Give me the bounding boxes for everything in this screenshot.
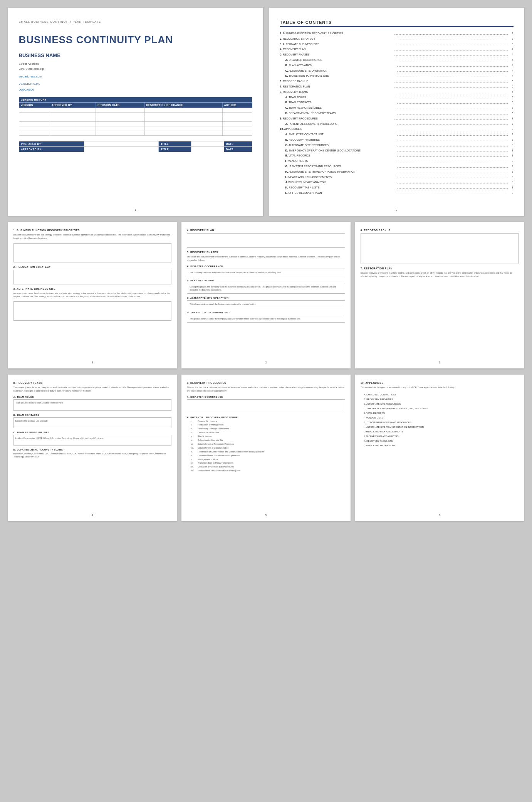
appendix-item: L. OFFICE RECOVERY PLAN [361, 443, 519, 448]
toc-dots [397, 96, 508, 99]
appendix-item: H. ALTERNATE SITE TRANSPORTATION INFORMA… [361, 425, 519, 429]
toc-dots [397, 186, 508, 189]
procedures-list: i.Disaster Occurrenceii.Notification of … [187, 420, 345, 473]
toc-item-label: B. TEAM CONTACTS [285, 101, 396, 104]
toc-page: 3 [509, 37, 514, 41]
procedure-item: iii.Preliminary Damage Assessment [191, 427, 345, 431]
prepared-name [84, 141, 159, 146]
toc-dots [394, 90, 508, 93]
toc-page: 6 [509, 111, 514, 115]
doc-title: BUSINESS CONTINUITY PLAN [19, 34, 252, 45]
teamC-box: Incident Commander, HR/PR Officer, Infor… [13, 435, 172, 446]
biz-name: BUSINESS NAME [19, 52, 252, 58]
s4-content-box [187, 233, 345, 248]
toc-item-label: D. TRANSITION TO PRIMARY SITE [285, 74, 396, 78]
appendix-item: G. IT SYSTEM REPORTS AND RESOURCES [361, 420, 519, 425]
s8-body: The company establishes recovery teams a… [13, 386, 172, 393]
approved-label: APPROVED BY [19, 146, 84, 152]
toc-item: D. EMERGENCY OPERATIONS CENTER (EOC) LOC… [280, 149, 514, 153]
toc-item-label: D. EMERGENCY OPERATIONS CENTER (EOC) LOC… [285, 149, 396, 153]
toc-item-label: E. VITAL RECORDS [285, 154, 396, 158]
toc-page: 8 [509, 186, 514, 190]
s6-heading: 6. RECORDS BACKUP [361, 229, 519, 232]
toc-item: L. OFFICE RECOVERY PLAN 8 [280, 191, 514, 195]
p7-phaseA-box [187, 399, 345, 413]
toc-item: C. TEAM RESPONSIBILITIES 6 [280, 106, 514, 110]
appendix-item: J. BUSINESS IMPACT ANALYSIS [361, 434, 519, 439]
toc-item: G. IT SYSTEM REPORTS AND RESOURCES 8 [280, 165, 514, 168]
toc-page: 3 [509, 42, 514, 46]
phaseD-box: This phase continues until the company c… [187, 315, 345, 323]
procedure-item: x.Commencement of Alternate Site Operati… [191, 454, 345, 458]
toc-page: 4 [509, 74, 514, 78]
appendix-item: F. VENDOR LISTS [361, 415, 519, 420]
phaseD-heading: D. TRANSITION TO PRIMARY SITE [187, 311, 345, 314]
toc-item-label: 9. RECOVERY PROCEDURES [280, 117, 393, 121]
toc-item-label: 1. BUSINESS FUNCTION RECOVERY PRIORITIES [280, 32, 393, 35]
toc-page: 8 [509, 170, 514, 174]
date-label: DATE [224, 141, 252, 146]
toc-page: 6 [509, 96, 514, 99]
s2-content-box [13, 270, 172, 284]
toc-dots [397, 64, 508, 67]
address-line1: Street Address City, State and Zip [19, 61, 252, 72]
toc-page: 4 [509, 58, 514, 62]
toc-dots [394, 32, 508, 35]
toc-item-label: F. VENDOR LISTS [285, 159, 396, 163]
procedure-item: vii.Establishment of Temporary Procedure [191, 442, 345, 446]
toc-dots [397, 154, 508, 157]
table-row [19, 121, 252, 126]
toc-page: 8 [509, 138, 514, 142]
col-desc: DESCRIPTION OF CHANGE [144, 102, 222, 108]
version-history-header: VERSION HISTORY [19, 97, 252, 102]
teamC-heading: C. TEAM RESPONSIBILITIES [13, 431, 172, 434]
toc-page: 5 [509, 79, 514, 83]
s3-content-box [13, 301, 172, 321]
procedure-item: xiii.Cessation of Alternate Site Procedu… [191, 465, 345, 469]
toc-item: 4. RECOVERY PLAN 4 [280, 47, 514, 51]
p7-phaseA-heading: A. DISASTER OCCURRENCE [187, 396, 345, 398]
toc-item: C. ALTERNATE SITE OPERATION 4 [280, 69, 514, 73]
toc-dots [394, 42, 508, 45]
toc-item-label: 7. RESTORATION PLAN [280, 85, 393, 89]
toc-dots [397, 58, 508, 61]
toc-item: A. POTENTIAL RECOVERY PROCEDURE 7 [280, 122, 514, 126]
toc-item: D. TRANSITION TO PRIMARY SITE 4 [280, 74, 514, 78]
toc-item: 9. RECOVERY PROCEDURES 7 [280, 117, 514, 121]
approved-title [191, 146, 224, 152]
page-5: 6. RECORDS BACKUP 7. RESTORATION PLAN Di… [355, 222, 524, 368]
toc-item-label: K. RECOVERY TASK LISTS [285, 186, 396, 190]
table-row [19, 117, 252, 121]
toc-item: 6. RECORDS BACKUP 5 [280, 79, 514, 83]
approved-title-label: TITLE [159, 146, 191, 152]
table-row [19, 112, 252, 117]
appendix-item: K. RECOVERY TASK LISTS [361, 439, 519, 443]
toc-item: A. DISASTER OCCURRENCE 4 [280, 58, 514, 62]
s2-heading: 2. RELOCATION STRATEGY [13, 266, 172, 268]
toc-item: 10. APPENDICES 8 [280, 127, 514, 131]
toc-dots [397, 170, 508, 173]
toc-dots [397, 106, 508, 109]
teamA-box: Team Leader, Backup Team Leader, Team Me… [13, 399, 172, 411]
toc-item-label: 3. ALTERNATE BUSINESS SITE [280, 42, 393, 46]
toc-dots [397, 111, 508, 114]
phaseB-box: During this phase, the company puts the … [187, 283, 345, 294]
toc-page: 8 [509, 165, 514, 168]
toc-item-label: H. ALTERNATE SITE TRANSPORTATION INFORMA… [285, 170, 396, 174]
page-7: 9. RECOVERY PROCEDURES This section list… [181, 375, 351, 521]
toc-item: E. VITAL RECORDS 8 [280, 154, 514, 158]
s9-heading: 9. RECOVERY PROCEDURES [187, 382, 345, 384]
page-3: 1. BUSINESS FUNCTION RECOVERY PRIORITIES… [8, 222, 177, 368]
toc-page: 8 [509, 133, 514, 136]
approved-name [84, 146, 159, 152]
toc-item: K. RECOVERY TASK LISTS 8 [280, 186, 514, 190]
toc-dots [397, 74, 508, 77]
toc-page: 6 [509, 106, 514, 110]
procedure-item: ix.Restoration of Data Process and Commu… [191, 450, 345, 454]
teamD-heading: D. DEPARTMENTAL RECOVERY TEAMS [13, 449, 172, 451]
toc-item-label: 8. RECOVERY TEAMS [280, 90, 393, 94]
toc-item: 1. BUSINESS FUNCTION RECOVERY PRIORITIES… [280, 32, 514, 35]
col-author: AUTHOR [222, 102, 252, 108]
page-num-8: 6 [439, 514, 440, 516]
toc-dots [394, 85, 508, 88]
